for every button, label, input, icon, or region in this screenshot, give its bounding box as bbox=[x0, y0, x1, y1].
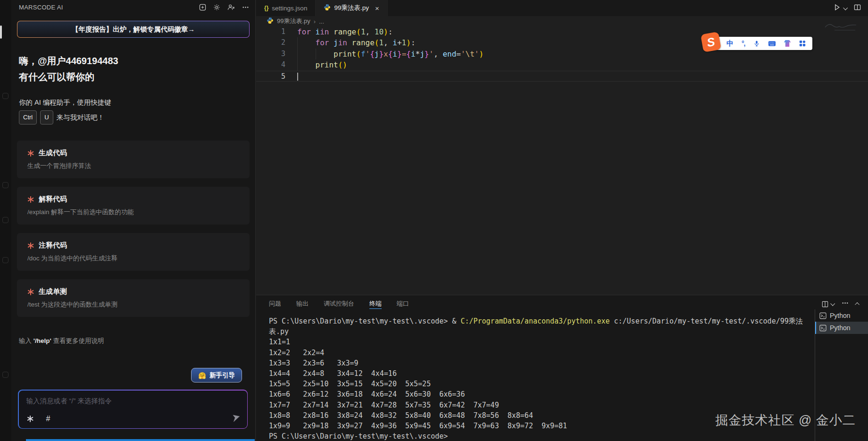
marscode-ai-sidebar: MARSCODE AI 【年度报告】出炉，解锁专属代码徽章→ 嗨，@用户4469… bbox=[11, 0, 256, 441]
code-area: 1for iin range(1, 10):2 for jin range(1,… bbox=[256, 26, 868, 82]
sparkle-icon[interactable] bbox=[27, 416, 33, 422]
prompt-card-desc: /test 为这段选中的函数生成单测 bbox=[27, 300, 239, 309]
more-actions-icon[interactable] bbox=[242, 4, 249, 11]
activity-bar-item[interactable] bbox=[2, 93, 8, 99]
onboarding-guide-button[interactable]: 🤗 新手引导 bbox=[191, 368, 242, 383]
prompt-card-title: 生成代码 bbox=[27, 149, 239, 158]
intro-text: 你的 AI 编程助手，使用快捷键 CtrlU 来与我对话吧！ bbox=[19, 96, 248, 125]
hug-emoji-icon: 🤗 bbox=[198, 372, 206, 379]
terminal-line: 1x5=5 2x5=10 3x5=15 4x5=20 5x5=25 bbox=[269, 379, 803, 389]
line-number: 3 bbox=[256, 49, 285, 59]
panel-tab-终端[interactable]: 终端 bbox=[369, 295, 382, 312]
sparkle-icon bbox=[27, 242, 34, 249]
prompt-card-desc: /doc 为当前选中的代码生成注释 bbox=[27, 254, 239, 263]
line-number: 2 bbox=[256, 37, 285, 48]
terminal-line: 1x1=1 bbox=[269, 337, 803, 347]
close-icon[interactable]: × bbox=[375, 5, 379, 12]
new-chat-icon[interactable] bbox=[199, 4, 206, 11]
editor-group: {}settings.json99乘法表.py× 99乘法表.py › ... … bbox=[256, 0, 868, 441]
tab-label: 99乘法表.py bbox=[334, 4, 369, 12]
prompt-card[interactable]: 注释代码/doc 为当前选中的代码生成注释 bbox=[17, 233, 250, 271]
key-u: U bbox=[40, 110, 53, 125]
chevron-right-icon: › bbox=[314, 18, 316, 25]
toolbox-grid-icon[interactable] bbox=[799, 40, 806, 47]
chat-input-placeholder: 输入消息或者 “/” 来选择指令 bbox=[26, 397, 112, 406]
sparkle-icon bbox=[27, 196, 34, 203]
run-dropdown-icon[interactable] bbox=[843, 5, 848, 10]
python-file-icon bbox=[324, 4, 331, 12]
breadcrumb[interactable]: 99乘法表.py › ... bbox=[256, 16, 868, 26]
gear-icon[interactable] bbox=[213, 4, 220, 11]
account-icon[interactable] bbox=[227, 4, 235, 11]
terminal-line: 1x6=6 2x6=12 3x6=18 4x6=24 5x6=30 6x6=36 bbox=[269, 389, 803, 399]
split-editor-icon[interactable] bbox=[854, 4, 861, 13]
ime-punctuation-icon[interactable]: °, bbox=[742, 40, 745, 47]
annual-report-banner[interactable]: 【年度报告】出炉，解锁专属代码徽章→ bbox=[17, 21, 250, 38]
code-text: for iin range(1, 10): bbox=[297, 26, 392, 37]
tab-settings.json[interactable]: {}settings.json bbox=[256, 0, 316, 16]
prompt-card[interactable]: 解释代码/explain 解释一下当前选中函数的功能 bbox=[17, 187, 250, 225]
taskbar-strip bbox=[26, 439, 255, 441]
prompt-cards: 生成代码生成一个冒泡排序算法解释代码/explain 解释一下当前选中函数的功能… bbox=[11, 141, 255, 317]
faint-watermark-scribble bbox=[823, 21, 860, 35]
context-hash-button[interactable]: # bbox=[46, 415, 50, 423]
code-text: for jin range(1, i+1): bbox=[297, 37, 416, 48]
keyboard-icon[interactable] bbox=[768, 41, 776, 47]
split-terminal-button[interactable] bbox=[822, 301, 834, 308]
breadcrumb-more[interactable]: ... bbox=[319, 18, 324, 25]
activity-bar-item[interactable] bbox=[2, 257, 8, 263]
run-button-icon[interactable] bbox=[834, 4, 841, 13]
activity-bar-item[interactable] bbox=[2, 372, 8, 378]
code-line[interactable]: 3 print(f'{j}x{i}={i*j}', end='\t') bbox=[256, 49, 868, 59]
breadcrumb-file[interactable]: 99乘法表.py bbox=[277, 17, 310, 25]
code-line[interactable]: 5 bbox=[256, 71, 868, 82]
line-number: 4 bbox=[256, 59, 285, 70]
terminal-line: PS C:\Users\Dario\my-test\my-test\.vscod… bbox=[269, 316, 803, 326]
terminal-list-item[interactable]: Python bbox=[815, 322, 868, 334]
editor-tab-bar: {}settings.json99乘法表.py× bbox=[256, 0, 868, 16]
json-braces-icon: {} bbox=[264, 5, 268, 11]
chat-input-box[interactable]: 输入消息或者 “/” 来选择指令 # bbox=[18, 390, 248, 429]
sparkle-icon bbox=[27, 150, 34, 157]
terminal-line: 1x4=4 2x4=8 3x4=12 4x4=16 bbox=[269, 368, 803, 379]
key-ctrl: Ctrl bbox=[19, 110, 37, 125]
ime-chinese-mode-icon[interactable]: 中 bbox=[726, 39, 734, 48]
code-text: print(f'{j}x{i}={i*j}', end='\t') bbox=[297, 49, 484, 59]
help-prefix: 输入 bbox=[19, 337, 33, 344]
panel-more-actions-icon[interactable] bbox=[842, 300, 849, 308]
code-line[interactable]: 4 print() bbox=[256, 59, 868, 70]
tab-label: settings.json bbox=[272, 5, 307, 12]
intro-line1: 你的 AI 编程助手，使用快捷键 bbox=[19, 96, 248, 108]
code-line[interactable]: 1for iin range(1, 10): bbox=[256, 26, 868, 37]
code-text: print() bbox=[297, 59, 347, 70]
sogou-logo-icon[interactable]: S bbox=[701, 32, 721, 52]
panel-tab-输出[interactable]: 输出 bbox=[296, 295, 309, 312]
python-file-icon bbox=[267, 17, 274, 25]
panel-tab-调试控制台[interactable]: 调试控制台 bbox=[324, 295, 354, 312]
skin-icon[interactable] bbox=[784, 40, 791, 47]
tab-99乘法表.py[interactable]: 99乘法表.py× bbox=[316, 0, 387, 16]
active-view-indicator bbox=[0, 25, 2, 39]
guide-button-label: 新手引导 bbox=[209, 371, 235, 380]
juejin-watermark: 掘金技术社区 @ 金小二 bbox=[716, 412, 856, 429]
line-number: 5 bbox=[256, 71, 285, 82]
activity-bar-item[interactable] bbox=[2, 182, 8, 188]
terminal-profile-dropdown-icon[interactable] bbox=[830, 301, 835, 306]
activity-bar-item[interactable] bbox=[2, 217, 8, 223]
microphone-icon[interactable] bbox=[753, 40, 760, 47]
panel-tab-端口[interactable]: 端口 bbox=[397, 295, 409, 312]
terminal-label: Python bbox=[830, 324, 851, 332]
help-suffix: 查看更多使用说明 bbox=[51, 337, 104, 344]
terminal-line: 1x7=7 2x7=14 3x7=21 4x7=28 5x7=35 6x7=42… bbox=[269, 400, 803, 410]
terminal-icon bbox=[819, 312, 826, 319]
prompt-card[interactable]: 生成单测/test 为这段选中的函数生成单测 bbox=[17, 279, 250, 317]
panel-tab-问题[interactable]: 问题 bbox=[269, 295, 281, 312]
prompt-card[interactable]: 生成代码生成一个冒泡排序算法 bbox=[17, 141, 250, 178]
line-number: 1 bbox=[256, 26, 285, 37]
maximize-panel-icon[interactable] bbox=[855, 302, 860, 307]
code-editor[interactable]: 1for iin range(1, 10):2 for jin range(1,… bbox=[256, 26, 868, 295]
terminal-line: 表.py bbox=[269, 326, 803, 337]
send-icon[interactable] bbox=[232, 414, 241, 424]
terminal-label: Python bbox=[830, 312, 851, 319]
terminal-list-item[interactable]: Python bbox=[815, 309, 868, 322]
